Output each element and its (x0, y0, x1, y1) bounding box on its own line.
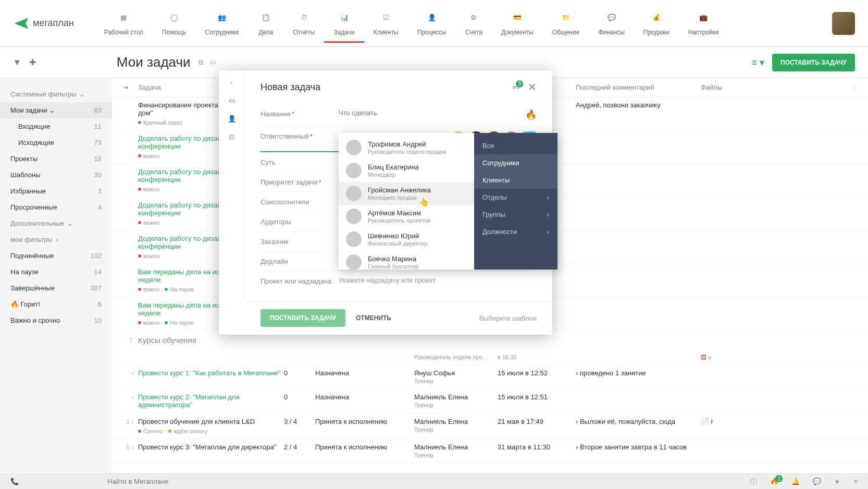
sidebar-item[interactable]: Избранные3 (0, 183, 112, 199)
avatar (346, 163, 362, 178)
col-header-comment[interactable]: Последний комментарий (576, 83, 701, 91)
table-row[interactable]: Руководитель отдела про... в 16:32 🖼 a (112, 350, 868, 365)
nav-item-9[interactable]: 💳Документы (492, 4, 543, 43)
sidebar-item[interactable]: Подчинённые102 (0, 248, 112, 264)
filter-tab[interactable]: Отделы› (474, 189, 557, 206)
chat-icon[interactable]: 💬 (813, 478, 821, 485)
nav-item-5[interactable]: 📊Задачи (324, 4, 364, 43)
person-option[interactable]: Блиц ЕкатеринаМенеджер (339, 159, 474, 182)
modal-title: Новая задача (261, 82, 512, 93)
sidebar-item[interactable]: Мои задачи ⌄83 (0, 102, 112, 118)
task-title[interactable]: Провести курс 2: "Мегаплан для администр… (138, 393, 284, 409)
chevron-right-icon: › (547, 211, 549, 218)
menu-icon[interactable]: ≡ (853, 478, 858, 485)
main-nav: ▦Рабочий стол◯Помощь👥Сотрудники📋Дела⏱Отч… (95, 4, 832, 43)
nav-icon: ⏱ (295, 9, 312, 26)
nav-label: Настройки (688, 29, 719, 36)
filter-tab[interactable]: Должности› (474, 223, 557, 240)
table-row[interactable]: 1 ›Провести обучение для клиента L&DСроч… (112, 413, 868, 439)
nav-item-4[interactable]: ⏱Отчёты (283, 4, 324, 43)
card-tab-icon[interactable]: ▭ (229, 96, 235, 104)
sidebar-item[interactable]: Входящие11 (0, 118, 112, 135)
nav-item-13[interactable]: 💼Настройки (679, 4, 728, 43)
image-file-icon[interactable]: 🖼 (701, 354, 706, 360)
sidebar-item[interactable]: Проекты18 (0, 151, 112, 167)
nav-item-0[interactable]: ▦Рабочий стол (95, 4, 153, 43)
logo-text: мегаплан (33, 18, 74, 29)
cancel-button[interactable]: ОТМЕНИТЬ (356, 314, 391, 322)
list-badge-icon[interactable]: ≡₊3 (512, 83, 520, 91)
nav-icon: 💰 (648, 9, 665, 26)
chevron-right-icon[interactable]: › (230, 78, 232, 86)
task-title[interactable]: Провести обучение для клиента L&D (138, 418, 284, 425)
sidebar-section-additional[interactable]: Дополнительные ⌄ (0, 215, 112, 231)
table-row[interactable]: 1 ›Провести курс 3: "Мегаплан для директ… (112, 439, 868, 463)
sidebar-section-myfilters[interactable]: мои фильтры › (0, 231, 112, 248)
task-title[interactable]: Провести курс 1: "Как работать в Мегапла… (138, 369, 284, 377)
fire-priority-icon[interactable]: 🔥 (525, 109, 537, 120)
filter-tab[interactable]: Все (474, 137, 557, 154)
person-option[interactable]: Шевченко ЮрийФинансовый директор (339, 228, 474, 251)
nav-item-1[interactable]: ◯Помощь (153, 4, 195, 43)
template-select[interactable]: Выберите шаблон (479, 314, 537, 322)
task-title[interactable]: Провести курс 3: "Мегаплан для директора… (138, 443, 284, 451)
nav-item-6[interactable]: ☑Клиенты (364, 4, 408, 43)
expand-column-icon[interactable]: ⇥ (122, 83, 138, 91)
nav-item-12[interactable]: 💰Продажи (634, 4, 679, 43)
submit-button[interactable]: ПОСТАВИТЬ ЗАДАЧУ (261, 309, 345, 327)
nav-icon: 📊 (336, 9, 353, 26)
file-icon[interactable]: 📄 (701, 418, 709, 425)
sidebar-item[interactable]: Шаблоны30 (0, 167, 112, 183)
filter-icon[interactable]: ▼ (13, 58, 21, 67)
nav-icon: 💬 (603, 9, 620, 26)
filter-tab[interactable]: Клиенты (474, 172, 557, 189)
phone-icon[interactable]: 📞 (10, 478, 19, 485)
star-icon[interactable]: ☆ (851, 83, 858, 91)
sidebar-item[interactable]: Важно и срочно10 (0, 312, 112, 328)
copy-icon[interactable]: ⧉ (199, 58, 203, 67)
close-icon[interactable]: ✕ (528, 81, 537, 93)
field-project[interactable]: Проект или надзадачаУкажите надзадачу ил… (261, 271, 537, 290)
nav-item-10[interactable]: 📁Общение (543, 4, 589, 43)
person-option[interactable]: Артёмов МаксимРуководитель проектов (339, 205, 474, 228)
sidebar-item[interactable]: Просроченные4 (0, 199, 112, 215)
sidebar-item[interactable]: На паузе14 (0, 264, 112, 280)
fire-notification-icon[interactable]: 🔥1 (770, 478, 778, 485)
bell-icon[interactable]: 🔔 (791, 478, 800, 485)
person-option[interactable]: Гройсман АнжеликаМенеджер продаж (339, 182, 474, 205)
nav-item-7[interactable]: 👤Процессы (408, 4, 456, 43)
person-option[interactable]: Боечко МаринаГлавный бухгалтер (339, 251, 474, 270)
name-input[interactable] (339, 109, 525, 117)
sidebar-item[interactable]: Завершённые307 (0, 280, 112, 296)
nav-label: Документы (501, 29, 534, 36)
view-toggle-icon[interactable]: ≡ ▾ (752, 57, 765, 68)
logo[interactable]: мегаплан (13, 15, 74, 32)
col-header-files[interactable]: Файлы (701, 83, 753, 91)
add-filter-icon[interactable]: ✚ (29, 57, 36, 67)
hierarchy-tab-icon[interactable]: ⊟ (229, 133, 234, 141)
filter-tab[interactable]: Группы› (474, 206, 557, 223)
table-row[interactable]: ›Провести курс 2: "Мегаплан для админист… (112, 389, 868, 413)
nav-item-3[interactable]: 📋Дела (248, 4, 283, 43)
global-search-input[interactable] (107, 478, 195, 485)
nav-icon: 📁 (557, 9, 574, 26)
nav-label: Задачи (333, 29, 354, 36)
sidebar-item[interactable]: Исходящие79 (0, 135, 112, 151)
nav-item-11[interactable]: 💬Финансы (589, 4, 634, 43)
nav-item-2[interactable]: 👥Сотрудники (195, 4, 248, 43)
card-icon[interactable]: ▭ (209, 58, 216, 67)
create-task-button[interactable]: ПОСТАВИТЬ ЗАДАЧУ (772, 54, 855, 71)
sidebar-item[interactable]: 🔥 Горит!6 (0, 296, 112, 312)
alert-icon[interactable]: ⓘ (750, 477, 757, 486)
nav-label: Помощь (162, 29, 186, 36)
favorite-icon[interactable]: ★ (834, 478, 840, 485)
nav-item-8[interactable]: ⚙Счета (456, 4, 492, 43)
table-row[interactable]: ›Провести курс 1: "Как работать в Мегапл… (112, 365, 868, 389)
chevron-right-icon: › (547, 228, 549, 236)
person-tab-icon[interactable]: 👤 (228, 115, 236, 123)
filter-tab[interactable]: Сотрудники (474, 154, 557, 172)
user-avatar[interactable] (832, 12, 855, 35)
person-option[interactable]: Трофимов АндрейРуководитель отдела прода… (339, 136, 474, 159)
sidebar-section-system[interactable]: Системные фильтры ⌄ (0, 86, 112, 102)
nav-label: Дела (258, 29, 273, 36)
